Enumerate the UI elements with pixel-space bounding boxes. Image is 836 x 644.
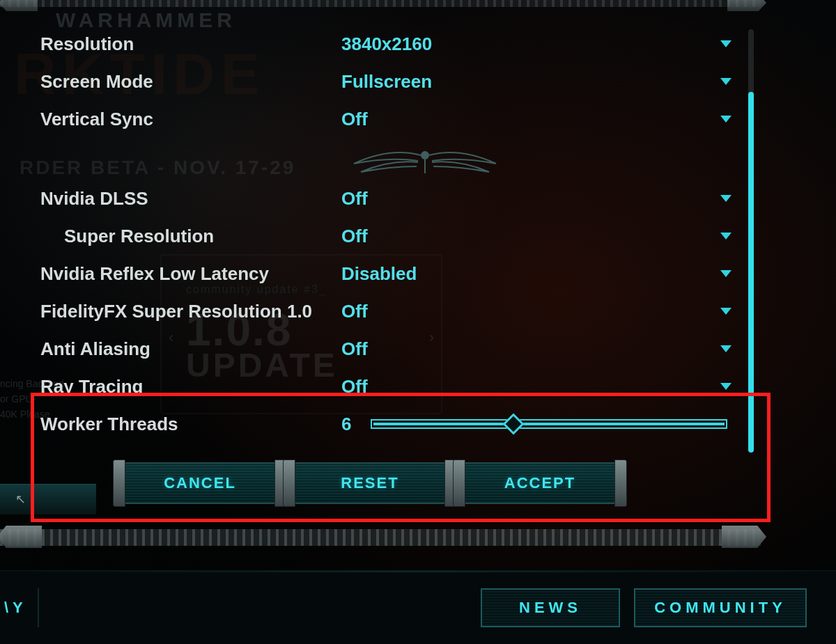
setting-label-dlss: Nvidia DLSS — [14, 188, 341, 210]
news-button[interactable]: NEWS — [481, 588, 620, 627]
setting-row-reflex: Nvidia Reflex Low LatencyDisabled — [14, 255, 761, 292]
setting-label-super_res: Super Resolution — [14, 226, 341, 247]
setting-slider-threads[interactable] — [371, 414, 727, 434]
panel-bottom-cap-right — [722, 526, 766, 548]
settings-gap — [14, 138, 761, 180]
setting-value-vsync: Off — [341, 109, 368, 130]
svg-marker-8 — [720, 345, 732, 352]
setting-value-wrap-aa[interactable]: Off — [341, 338, 761, 360]
slider-fill — [373, 423, 725, 425]
setting-label-resolution: Resolution — [14, 33, 341, 55]
setting-label-rt: Ray Tracing — [14, 376, 341, 398]
scrollbar-thumb[interactable] — [748, 92, 754, 453]
setting-row-vsync: Vertical SyncOff — [14, 100, 761, 138]
svg-marker-5 — [720, 233, 732, 239]
setting-value-reflex: Disabled — [341, 263, 417, 285]
setting-row-threads: Worker Threads6 — [14, 405, 761, 443]
svg-marker-1 — [720, 40, 732, 47]
chevron-down-icon[interactable] — [719, 382, 733, 391]
setting-value-wrap-fsr[interactable]: Off — [341, 301, 761, 322]
chevron-down-icon[interactable] — [719, 114, 733, 124]
setting-value-wrap-resolution[interactable]: 3840x2160 — [341, 33, 761, 55]
settings-panel: Resolution3840x2160Screen ModeFullscreen… — [14, 0, 761, 540]
setting-row-resolution: Resolution3840x2160 — [14, 25, 761, 63]
accept-button[interactable]: ACCEPT — [464, 464, 616, 503]
svg-marker-4 — [720, 195, 732, 202]
setting-value-dlss: Off — [341, 188, 368, 210]
chevron-down-icon[interactable] — [719, 306, 733, 316]
setting-row-aa: Anti AliasingOff — [14, 330, 761, 368]
setting-label-threads: Worker Threads — [14, 414, 341, 435]
community-button[interactable]: COMMUNITY — [634, 588, 807, 627]
setting-value-wrap-super_res[interactable]: Off — [341, 226, 761, 247]
cancel-button[interactable]: CANCEL — [124, 464, 276, 503]
slider-thumb[interactable] — [503, 413, 525, 434]
setting-value-rt: Off — [341, 376, 368, 398]
chevron-down-icon[interactable] — [719, 269, 733, 278]
chevron-down-icon[interactable] — [719, 39, 733, 49]
action-bar: CANCEL RESET ACCEPT — [124, 464, 616, 503]
chevron-down-icon[interactable] — [719, 77, 733, 86]
panel-bottom-cap-left — [0, 526, 42, 548]
chevron-down-icon[interactable] — [719, 344, 733, 354]
setting-row-rt: Ray TracingOff — [14, 368, 761, 405]
scrollbar-track[interactable] — [748, 29, 754, 453]
setting-row-screen_mode: Screen ModeFullscreen — [14, 63, 761, 100]
setting-row-fsr: FidelityFX Super Resolution 1.0Off — [14, 292, 761, 330]
svg-marker-6 — [720, 270, 732, 277]
setting-value-wrap-rt[interactable]: Off — [341, 376, 761, 398]
setting-label-screen_mode: Screen Mode — [14, 71, 341, 93]
footer-left-fragment: \Y — [0, 588, 39, 627]
setting-value-wrap-threads: 6 — [341, 414, 761, 435]
svg-marker-9 — [720, 383, 732, 390]
panel-bottom-frame — [0, 529, 761, 546]
chevron-down-icon[interactable] — [719, 231, 733, 241]
setting-row-super_res: Super ResolutionOff — [14, 217, 761, 255]
setting-value-wrap-screen_mode[interactable]: Fullscreen — [341, 71, 761, 93]
svg-marker-3 — [720, 116, 732, 123]
setting-value-resolution: 3840x2160 — [341, 33, 432, 55]
cursor-icon: ↖ — [15, 492, 26, 507]
setting-value-super_res: Off — [341, 226, 368, 247]
footer-divider — [0, 571, 836, 572]
setting-value-screen_mode: Fullscreen — [341, 71, 432, 93]
setting-value-aa: Off — [341, 338, 368, 360]
setting-value-fsr: Off — [341, 301, 368, 322]
svg-marker-2 — [720, 78, 732, 85]
setting-label-reflex: Nvidia Reflex Low Latency — [14, 263, 341, 285]
svg-marker-7 — [720, 308, 732, 315]
setting-label-vsync: Vertical Sync — [14, 109, 341, 130]
setting-row-dlss: Nvidia DLSSOff — [14, 180, 761, 217]
setting-label-aa: Anti Aliasing — [14, 338, 341, 360]
bottom-left-tile: ↖ — [0, 484, 96, 515]
setting-value-wrap-reflex[interactable]: Disabled — [341, 263, 761, 285]
setting-value-wrap-vsync[interactable]: Off — [341, 109, 761, 130]
footer-bar: \Y NEWS COMMUNITY — [0, 570, 836, 644]
setting-value-wrap-dlss[interactable]: Off — [341, 188, 761, 210]
reset-button[interactable]: RESET — [294, 464, 446, 503]
chevron-down-icon[interactable] — [719, 194, 733, 203]
setting-value-threads: 6 — [341, 414, 351, 435]
setting-label-fsr: FidelityFX Super Resolution 1.0 — [14, 301, 341, 322]
